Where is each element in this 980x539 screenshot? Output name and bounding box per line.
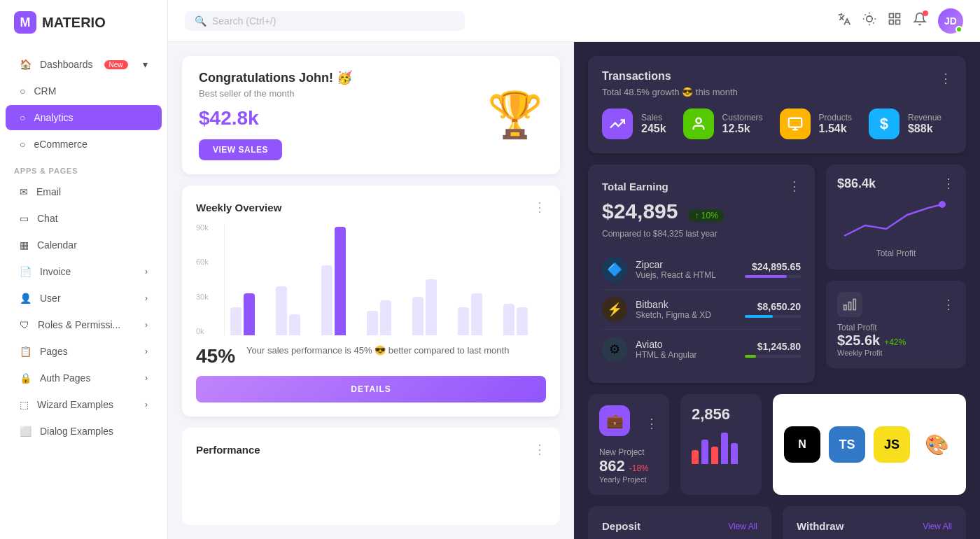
svg-rect-16 bbox=[853, 300, 855, 310]
weekly-percent: 45% bbox=[196, 345, 235, 368]
weekly-desc: Your sales performance is 45% 😎 better c… bbox=[246, 345, 509, 356]
performance-menu-button[interactable]: ⋮ bbox=[533, 442, 546, 457]
search-icon: 🔍 bbox=[195, 15, 206, 27]
header-actions: JD bbox=[837, 8, 963, 34]
bitbank-name: Bitbank bbox=[636, 299, 711, 310]
transactions-menu-button[interactable]: ⋮ bbox=[939, 71, 952, 86]
svg-rect-17 bbox=[848, 302, 850, 310]
bar-group-3 bbox=[321, 227, 361, 335]
profit-chart-menu[interactable]: ⋮ bbox=[942, 176, 955, 191]
panel-light: Congratulations John! 🥳 Best seller of t… bbox=[168, 42, 574, 539]
customers-stat: Customers 12.5k bbox=[722, 113, 763, 135]
notifications-button[interactable] bbox=[913, 12, 927, 29]
bar-group-4 bbox=[367, 300, 407, 335]
earning-item-zipcar: 🔷 Zipcar Vuejs, React & HTML $24,895.65 bbox=[602, 250, 801, 290]
weekly-chart: 90k 60k 30k 0k bbox=[196, 223, 546, 335]
transactions-stats: Sales 245k Customers 12.5k bbox=[602, 108, 952, 139]
bar bbox=[503, 304, 514, 335]
view-sales-button[interactable]: VIEW SALES bbox=[199, 139, 282, 160]
svg-rect-18 bbox=[844, 305, 846, 310]
earning-menu-button[interactable]: ⋮ bbox=[788, 178, 801, 194]
earning-growth-badge: ↑ 10% bbox=[689, 209, 723, 222]
bar bbox=[471, 293, 482, 335]
congrats-title: Congratulations John! 🥳 bbox=[199, 70, 352, 85]
brightness-button[interactable] bbox=[862, 12, 876, 29]
wizard-icon: ⬚ bbox=[20, 399, 29, 410]
mini-bar bbox=[711, 447, 718, 464]
search-placeholder: Search (Ctrl+/) bbox=[212, 15, 276, 27]
chevron-right-icon: › bbox=[145, 293, 148, 303]
sidebar-item-calendar[interactable]: ▦ Calendar bbox=[6, 232, 162, 258]
zipcar-sub: Vuejs, React & HTML bbox=[636, 270, 716, 280]
wizard-label: Wizard Examples bbox=[37, 399, 113, 410]
bar bbox=[367, 311, 378, 335]
bar bbox=[230, 307, 241, 335]
stat-products: Products 1.54k bbox=[780, 108, 852, 139]
svg-rect-7 bbox=[890, 14, 894, 18]
sidebar-item-dialog[interactable]: ⬜ Dialog Examples bbox=[6, 419, 162, 444]
sidebar-nav: 🏠 Dashboards New ▾ ○ CRM ○ Analytics ○ e… bbox=[0, 45, 167, 539]
typescript-logo: TS bbox=[829, 426, 865, 463]
translate-button[interactable] bbox=[837, 12, 851, 29]
sidebar-item-crm[interactable]: ○ CRM bbox=[6, 78, 162, 104]
chevron-right-icon: › bbox=[145, 346, 148, 356]
withdraw-card: Withdraw View All bbox=[783, 506, 966, 539]
chevron-down-icon: ▾ bbox=[143, 59, 148, 70]
home-icon: 🏠 bbox=[20, 59, 31, 70]
profit-chart-label: Total Profit bbox=[837, 248, 955, 258]
earning-item-bitbank: ⚡ Bitbank Sketch, Figma & XD $8,650.20 bbox=[602, 290, 801, 330]
aviato-logo: ⚙ bbox=[602, 337, 627, 362]
stat-revenue: $ Revenue $88k bbox=[869, 108, 941, 139]
svg-rect-9 bbox=[890, 20, 894, 24]
zipcar-logo: 🔷 bbox=[602, 257, 627, 282]
bar bbox=[380, 300, 391, 335]
sidebar: M MATERIO 🏠 Dashboards New ▾ ○ CRM ○ Ana… bbox=[0, 0, 168, 539]
ecommerce-label: eCommerce bbox=[34, 139, 87, 150]
svg-line-4 bbox=[873, 22, 874, 23]
auth-label: Auth Pages bbox=[40, 372, 90, 384]
email-label: Email bbox=[36, 186, 61, 197]
new-project-label: New Project bbox=[599, 447, 658, 457]
svg-point-15 bbox=[939, 201, 946, 208]
user-label: User bbox=[40, 293, 61, 304]
bar-group-7 bbox=[503, 304, 543, 335]
bar-group-5 bbox=[412, 279, 452, 335]
zipcar-name: Zipcar bbox=[636, 259, 716, 270]
bar bbox=[321, 265, 332, 335]
mini-bars bbox=[692, 429, 750, 464]
deposit-title: Deposit bbox=[602, 520, 640, 532]
withdraw-view-all[interactable]: View All bbox=[923, 522, 952, 531]
crm-label: CRM bbox=[34, 85, 56, 97]
search-bar[interactable]: 🔍 Search (Ctrl+/) bbox=[185, 11, 465, 31]
new-project-card: 💼 ⋮ New Project 862 -18% Yearly Project bbox=[588, 394, 669, 495]
sidebar-item-user[interactable]: 👤 User › bbox=[6, 286, 162, 311]
figma-logo: 🎨 bbox=[918, 426, 955, 463]
sidebar-item-invoice[interactable]: 📄 Invoice › bbox=[6, 259, 162, 284]
sidebar-item-analytics[interactable]: ○ Analytics bbox=[6, 105, 162, 130]
chevron-right-icon: › bbox=[145, 267, 148, 276]
sidebar-item-ecommerce[interactable]: ○ eCommerce bbox=[6, 132, 162, 157]
profit-stat-menu[interactable]: ⋮ bbox=[942, 297, 955, 312]
weekly-menu-button[interactable]: ⋮ bbox=[533, 200, 546, 215]
sidebar-item-dashboards[interactable]: 🏠 Dashboards New ▾ bbox=[6, 52, 162, 77]
sidebar-item-roles[interactable]: 🛡 Roles & Permissi... › bbox=[6, 312, 162, 337]
user-avatar[interactable]: JD bbox=[938, 8, 963, 34]
performance-card: Performance ⋮ bbox=[182, 428, 560, 525]
sidebar-item-chat[interactable]: ▭ Chat bbox=[6, 206, 162, 231]
sidebar-item-auth[interactable]: 🔒 Auth Pages › bbox=[6, 365, 162, 391]
sidebar-item-wizard[interactable]: ⬚ Wizard Examples › bbox=[6, 392, 162, 417]
details-button[interactable]: DETAILS bbox=[196, 376, 546, 402]
total-profit-stat-card: ⋮ Total Profit $25.6k +42% Weekly Profit bbox=[826, 281, 966, 368]
congrats-amount: $42.8k bbox=[199, 107, 352, 130]
bar bbox=[412, 297, 424, 335]
total-earning-card: Total Earning ⋮ $24,895 ↑ 10% Compared t… bbox=[588, 164, 815, 383]
sidebar-item-pages[interactable]: 📋 Pages › bbox=[6, 339, 162, 364]
bar bbox=[289, 314, 300, 335]
deposit-view-all[interactable]: View All bbox=[728, 522, 757, 531]
sidebar-item-email[interactable]: ✉ Email bbox=[6, 179, 162, 204]
transactions-title: Transactions bbox=[602, 70, 671, 83]
congrats-card: Congratulations John! 🥳 Best seller of t… bbox=[182, 56, 560, 174]
project-menu[interactable]: ⋮ bbox=[645, 416, 658, 431]
grid-button[interactable] bbox=[888, 12, 902, 29]
javascript-logo: JS bbox=[874, 426, 910, 463]
